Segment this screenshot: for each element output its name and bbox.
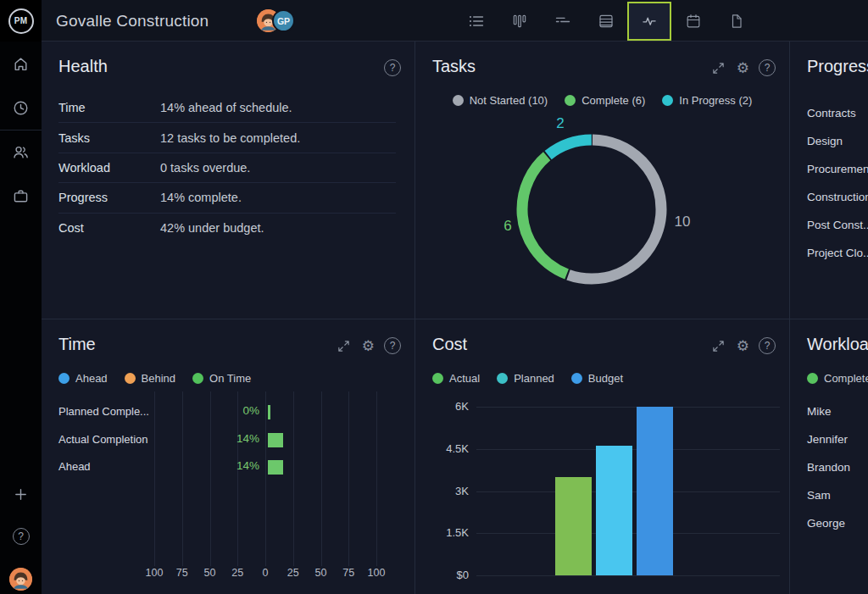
donut-label-complete: 6 bbox=[504, 218, 511, 235]
legend-label: Not Started (10) bbox=[470, 94, 548, 107]
cost-bar-planned[interactable] bbox=[596, 446, 632, 575]
cartoon-avatar-icon bbox=[9, 568, 32, 591]
progress-panel: Progress ContractsDesignProcurementConst… bbox=[790, 42, 868, 319]
tasks-donut-chart bbox=[507, 125, 676, 294]
progress-phase-row: Project Clo... bbox=[807, 239, 868, 267]
time-axis-tick: 75 bbox=[167, 567, 198, 579]
cost-gridline bbox=[476, 575, 780, 576]
health-row-label: Tasks bbox=[58, 131, 160, 145]
member-avatar-initials[interactable]: GP bbox=[272, 9, 295, 32]
donut-label-not-started: 10 bbox=[675, 214, 691, 230]
progress-phase-row: Design bbox=[807, 127, 868, 155]
tab-sheet-view[interactable] bbox=[584, 0, 627, 42]
cost-axis-label: 1.5K bbox=[426, 526, 469, 539]
sidebar-item-portfolio[interactable] bbox=[0, 180, 42, 211]
legend-dot-icon bbox=[453, 95, 464, 106]
health-row-value: 42% under budget. bbox=[160, 221, 264, 235]
sidebar-item-add[interactable] bbox=[0, 479, 42, 509]
team-icon bbox=[12, 143, 30, 161]
workload-panel-title: Workload bbox=[807, 335, 868, 354]
add-icon bbox=[12, 486, 30, 503]
tab-board-view[interactable] bbox=[498, 0, 541, 42]
time-axis-tick: 100 bbox=[361, 567, 392, 579]
dashboard-content: Health ? Time14% ahead of schedule.Tasks… bbox=[42, 42, 868, 594]
cost-bar-chart: 6K4.5K3K1.5K$0 bbox=[415, 319, 789, 594]
progress-phase-row: Contracts bbox=[807, 99, 868, 127]
list-view-icon bbox=[468, 13, 485, 30]
sidebar-divider bbox=[0, 130, 42, 130]
pm-logo-icon: PM bbox=[8, 8, 34, 34]
time-gridline bbox=[376, 391, 377, 566]
gear-icon[interactable]: ⚙ bbox=[737, 61, 749, 75]
panel-divider bbox=[789, 42, 790, 594]
time-gridline bbox=[237, 391, 238, 566]
workload-member-list: MikeJenniferBrandonSamGeorge bbox=[807, 397, 868, 537]
tasks-legend-item: Complete (6) bbox=[565, 94, 645, 107]
tasks-legend: Not Started (10)Complete (6)In Progress … bbox=[415, 94, 789, 107]
tab-list-view[interactable] bbox=[454, 0, 498, 42]
cost-bar-actual[interactable] bbox=[555, 477, 592, 575]
help-icon[interactable]: ? bbox=[759, 59, 776, 76]
health-panel: Health ? Time14% ahead of schedule.Tasks… bbox=[42, 42, 415, 319]
time-row-value: 14% bbox=[220, 459, 259, 472]
time-row-label: Actual Completion bbox=[58, 433, 148, 446]
time-bar[interactable] bbox=[268, 460, 283, 475]
time-axis-tick: 0 bbox=[250, 567, 281, 579]
legend-dot-icon bbox=[662, 95, 673, 106]
sidebar-user-avatar[interactable] bbox=[9, 568, 32, 591]
panel-divider bbox=[415, 42, 415, 594]
cost-panel: Cost ⚙? ActualPlannedBudget 6K4.5K3K1.5K… bbox=[415, 319, 789, 594]
portfolio-icon bbox=[12, 187, 30, 205]
legend-label: Completed bbox=[824, 372, 868, 385]
tasks-panel-title: Tasks bbox=[432, 57, 476, 76]
cost-axis-label: 6K bbox=[426, 400, 469, 413]
health-row-value: 14% complete. bbox=[160, 191, 242, 204]
health-row-label: Workload bbox=[58, 161, 160, 175]
cost-gridline bbox=[476, 407, 780, 408]
panel-divider bbox=[42, 319, 868, 319]
cost-axis-label: 4.5K bbox=[426, 442, 469, 455]
app-logo[interactable]: PM bbox=[0, 0, 42, 42]
cost-bar-budget[interactable] bbox=[637, 407, 673, 575]
cost-axis-label: 3K bbox=[426, 485, 469, 497]
health-row-label: Time bbox=[58, 101, 160, 114]
expand-icon[interactable] bbox=[710, 59, 727, 76]
time-row-value: 14% bbox=[220, 432, 259, 445]
workload-member-row: Brandon bbox=[807, 453, 868, 481]
sidebar-item-team[interactable] bbox=[0, 136, 42, 167]
progress-phase-row: Post Const... bbox=[807, 211, 868, 239]
tab-docs-view[interactable] bbox=[715, 0, 758, 42]
time-bar[interactable] bbox=[268, 405, 270, 419]
health-metrics-list: Time14% ahead of schedule.Tasks12 tasks … bbox=[58, 93, 396, 243]
tab-calendar-view[interactable] bbox=[671, 0, 715, 42]
legend-dot-icon bbox=[807, 373, 818, 384]
time-axis-tick: 25 bbox=[278, 567, 309, 579]
time-axis-tick: 75 bbox=[333, 567, 364, 579]
calendar-view-icon bbox=[685, 13, 702, 30]
time-bar-chart: 1007550250255075100Planned Comple...0%Ac… bbox=[42, 319, 415, 594]
time-gridline bbox=[210, 391, 211, 566]
time-axis-tick: 25 bbox=[222, 567, 253, 579]
view-tabs bbox=[454, 0, 758, 42]
tasks-legend-item: In Progress (2) bbox=[662, 94, 752, 107]
recent-icon bbox=[12, 99, 30, 117]
tab-gantt-view[interactable] bbox=[541, 0, 584, 42]
health-row-label: Progress bbox=[58, 191, 160, 204]
docs-view-icon bbox=[728, 13, 745, 30]
sheet-view-icon bbox=[598, 13, 615, 30]
legend-label: In Progress (2) bbox=[679, 94, 752, 107]
time-bar[interactable] bbox=[268, 433, 283, 447]
donut-label-in-progress: 2 bbox=[556, 115, 564, 132]
workload-member-row: George bbox=[807, 509, 868, 537]
sidebar-item-home[interactable] bbox=[0, 48, 42, 79]
pm-logo-text: PM bbox=[14, 16, 28, 25]
board-view-icon bbox=[511, 13, 528, 30]
sidebar-item-recent[interactable] bbox=[0, 92, 42, 123]
tab-dashboard-view[interactable] bbox=[627, 2, 671, 41]
help-icon[interactable]: ? bbox=[384, 59, 401, 76]
sidebar-item-help[interactable]: ? bbox=[0, 521, 42, 552]
time-row-label: Ahead bbox=[58, 460, 91, 473]
time-axis-tick: 50 bbox=[195, 567, 225, 579]
progress-phase-list: ContractsDesignProcurementConstructionPo… bbox=[807, 99, 868, 267]
health-row-value: 0 tasks overdue. bbox=[160, 161, 250, 175]
